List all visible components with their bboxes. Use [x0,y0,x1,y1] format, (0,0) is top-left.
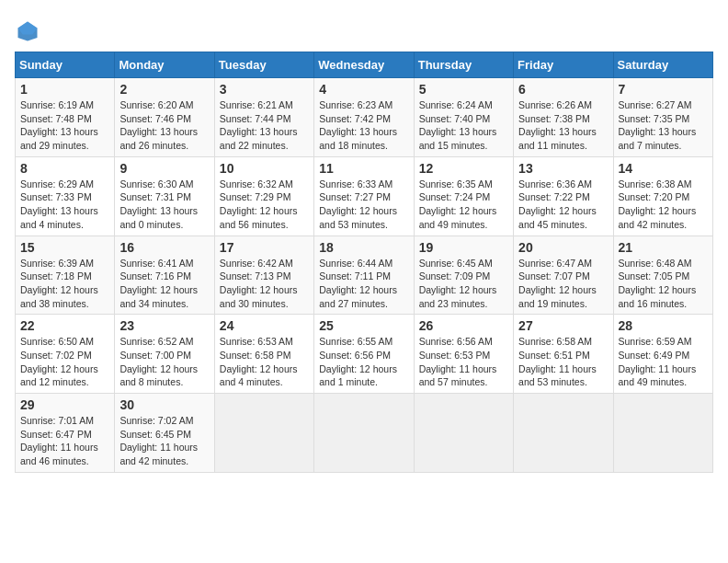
day-number: 28 [619,318,708,333]
day-number: 25 [319,318,408,333]
day-number: 29 [20,397,109,412]
day-number: 15 [20,240,109,255]
day-info: Sunrise: 7:01 AMSunset: 6:47 PMDaylight:… [20,414,109,468]
calendar-cell [314,394,414,473]
calendar-cell: 23 Sunrise: 6:52 AMSunset: 7:00 PMDaylig… [115,315,214,394]
calendar-cell: 19 Sunrise: 6:45 AMSunset: 7:09 PMDaylig… [414,236,513,315]
calendar-cell: 1 Sunrise: 6:19 AMSunset: 7:48 PMDayligh… [16,78,115,157]
day-info: Sunrise: 6:20 AMSunset: 7:46 PMDaylight:… [119,98,209,153]
day-header-sunday: Sunday [16,52,115,78]
calendar-week-3: 15 Sunrise: 6:39 AMSunset: 7:18 PMDaylig… [16,236,713,315]
calendar-cell: 27 Sunrise: 6:58 AMSunset: 6:51 PMDaylig… [514,315,613,394]
logo [15,18,44,44]
day-number: 19 [419,240,508,255]
calendar-cell: 25 Sunrise: 6:55 AMSunset: 6:56 PMDaylig… [314,315,414,394]
day-info: Sunrise: 6:53 AMSunset: 6:58 PMDaylight:… [220,335,309,389]
calendar-cell: 4 Sunrise: 6:23 AMSunset: 7:42 PMDayligh… [314,78,414,157]
calendar-week-4: 22 Sunrise: 6:50 AMSunset: 7:02 PMDaylig… [16,315,713,394]
day-info: Sunrise: 6:27 AMSunset: 7:35 PMDaylight:… [619,98,708,153]
day-info: Sunrise: 6:47 AMSunset: 7:07 PMDaylight:… [518,257,608,311]
day-number: 8 [20,161,109,176]
calendar-table: SundayMondayTuesdayWednesdayThursdayFrid… [15,52,713,473]
day-info: Sunrise: 6:58 AMSunset: 6:51 PMDaylight:… [518,335,608,389]
day-number: 26 [419,318,508,333]
calendar-cell: 10 Sunrise: 6:32 AMSunset: 7:29 PMDaylig… [214,156,313,236]
day-number: 20 [518,240,608,255]
calendar-cell [613,394,712,473]
calendar-cell [514,394,613,473]
day-header-tuesday: Tuesday [214,52,313,78]
day-info: Sunrise: 6:41 AMSunset: 7:16 PMDaylight:… [119,257,209,311]
day-number: 3 [220,82,309,97]
calendar-cell: 5 Sunrise: 6:24 AMSunset: 7:40 PMDayligh… [414,78,513,157]
calendar-header-row: SundayMondayTuesdayWednesdayThursdayFrid… [16,52,713,78]
calendar-cell: 15 Sunrise: 6:39 AMSunset: 7:18 PMDaylig… [16,236,115,315]
day-number: 23 [119,318,209,333]
day-number: 17 [220,240,309,255]
day-info: Sunrise: 6:52 AMSunset: 7:00 PMDaylight:… [119,335,209,389]
day-number: 5 [419,82,508,97]
calendar-cell: 14 Sunrise: 6:38 AMSunset: 7:20 PMDaylig… [613,156,712,236]
day-number: 9 [119,161,209,176]
day-info: Sunrise: 6:29 AMSunset: 7:33 PMDaylight:… [20,178,109,232]
day-info: Sunrise: 7:02 AMSunset: 6:45 PMDaylight:… [119,414,209,468]
day-number: 12 [419,161,508,176]
calendar-week-2: 8 Sunrise: 6:29 AMSunset: 7:33 PMDayligh… [16,156,713,236]
calendar-cell: 20 Sunrise: 6:47 AMSunset: 7:07 PMDaylig… [514,236,613,315]
day-info: Sunrise: 6:45 AMSunset: 7:09 PMDaylight:… [419,257,508,311]
day-header-wednesday: Wednesday [314,52,414,78]
day-header-saturday: Saturday [613,52,712,78]
day-number: 4 [319,82,408,97]
day-info: Sunrise: 6:33 AMSunset: 7:27 PMDaylight:… [319,178,408,232]
calendar-cell: 7 Sunrise: 6:27 AMSunset: 7:35 PMDayligh… [613,78,712,157]
day-number: 1 [20,82,109,97]
day-info: Sunrise: 6:56 AMSunset: 6:53 PMDaylight:… [419,335,508,389]
day-info: Sunrise: 6:42 AMSunset: 7:13 PMDaylight:… [220,257,309,311]
day-number: 7 [619,82,708,97]
calendar-cell: 30 Sunrise: 7:02 AMSunset: 6:45 PMDaylig… [115,394,214,473]
calendar-cell: 24 Sunrise: 6:53 AMSunset: 6:58 PMDaylig… [214,315,313,394]
calendar-cell: 6 Sunrise: 6:26 AMSunset: 7:38 PMDayligh… [514,78,613,157]
calendar-cell: 13 Sunrise: 6:36 AMSunset: 7:22 PMDaylig… [514,156,613,236]
calendar-cell: 26 Sunrise: 6:56 AMSunset: 6:53 PMDaylig… [414,315,513,394]
day-number: 24 [220,318,309,333]
day-info: Sunrise: 6:21 AMSunset: 7:44 PMDaylight:… [220,98,309,153]
calendar-cell: 12 Sunrise: 6:35 AMSunset: 7:24 PMDaylig… [414,156,513,236]
calendar-cell [414,394,513,473]
day-info: Sunrise: 6:48 AMSunset: 7:05 PMDaylight:… [619,257,708,311]
calendar-cell: 9 Sunrise: 6:30 AMSunset: 7:31 PMDayligh… [115,156,214,236]
day-number: 10 [220,161,309,176]
day-header-thursday: Thursday [414,52,513,78]
day-info: Sunrise: 6:35 AMSunset: 7:24 PMDaylight:… [419,178,508,232]
day-header-friday: Friday [514,52,613,78]
day-info: Sunrise: 6:38 AMSunset: 7:20 PMDaylight:… [619,178,708,232]
day-number: 30 [119,397,209,412]
calendar-cell: 22 Sunrise: 6:50 AMSunset: 7:02 PMDaylig… [16,315,115,394]
day-info: Sunrise: 6:32 AMSunset: 7:29 PMDaylight:… [220,178,309,232]
day-info: Sunrise: 6:44 AMSunset: 7:11 PMDaylight:… [319,257,408,311]
day-info: Sunrise: 6:50 AMSunset: 7:02 PMDaylight:… [20,335,109,389]
calendar-cell: 2 Sunrise: 6:20 AMSunset: 7:46 PMDayligh… [115,78,214,157]
calendar-cell: 29 Sunrise: 7:01 AMSunset: 6:47 PMDaylig… [16,394,115,473]
day-info: Sunrise: 6:19 AMSunset: 7:48 PMDaylight:… [20,98,109,153]
calendar-cell [214,394,313,473]
day-number: 14 [619,161,708,176]
calendar-cell: 8 Sunrise: 6:29 AMSunset: 7:33 PMDayligh… [16,156,115,236]
calendar-cell: 16 Sunrise: 6:41 AMSunset: 7:16 PMDaylig… [115,236,214,315]
day-number: 27 [518,318,608,333]
day-number: 22 [20,318,109,333]
day-number: 13 [518,161,608,176]
day-number: 2 [119,82,209,97]
day-info: Sunrise: 6:55 AMSunset: 6:56 PMDaylight:… [319,335,408,389]
day-number: 6 [518,82,608,97]
day-info: Sunrise: 6:59 AMSunset: 6:49 PMDaylight:… [619,335,708,389]
calendar-cell: 21 Sunrise: 6:48 AMSunset: 7:05 PMDaylig… [613,236,712,315]
day-info: Sunrise: 6:23 AMSunset: 7:42 PMDaylight:… [319,98,408,153]
calendar-cell: 17 Sunrise: 6:42 AMSunset: 7:13 PMDaylig… [214,236,313,315]
day-info: Sunrise: 6:26 AMSunset: 7:38 PMDaylight:… [518,98,608,153]
calendar-week-1: 1 Sunrise: 6:19 AMSunset: 7:48 PMDayligh… [16,78,713,157]
calendar-cell: 18 Sunrise: 6:44 AMSunset: 7:11 PMDaylig… [314,236,414,315]
calendar-week-5: 29 Sunrise: 7:01 AMSunset: 6:47 PMDaylig… [16,394,713,473]
day-number: 21 [619,240,708,255]
day-number: 11 [319,161,408,176]
